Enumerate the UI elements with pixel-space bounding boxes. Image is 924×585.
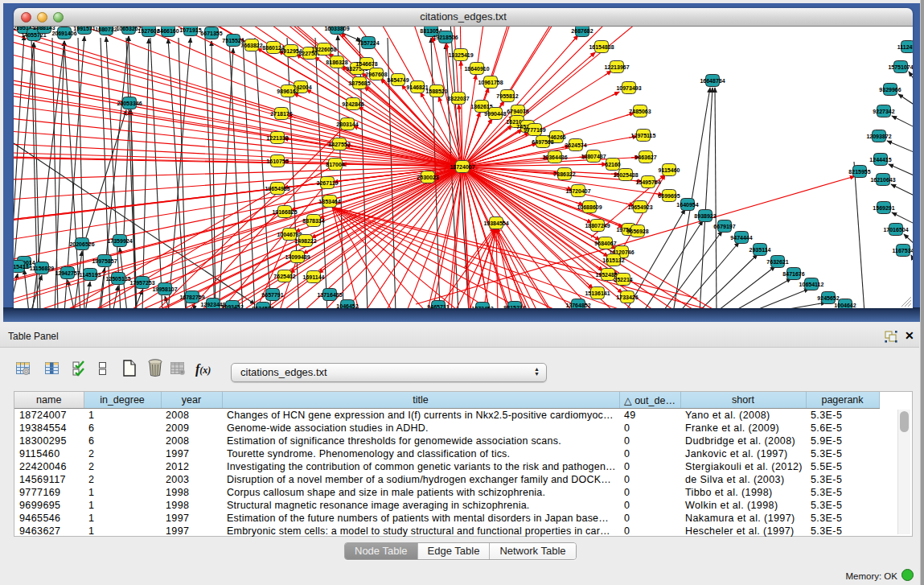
svg-text:9656928: 9656928 bbox=[626, 229, 648, 234]
svg-text:18724007: 18724007 bbox=[450, 164, 474, 170]
svg-text:17359924: 17359924 bbox=[107, 238, 132, 244]
svg-text:3267110: 3267110 bbox=[317, 180, 339, 186]
svg-text:19166825: 19166825 bbox=[272, 209, 297, 215]
svg-text:10688609: 10688609 bbox=[577, 204, 602, 210]
svg-text:9657791: 9657791 bbox=[261, 292, 283, 298]
svg-text:9815234: 9815234 bbox=[503, 305, 525, 309]
svg-text:3875685: 3875685 bbox=[348, 80, 370, 86]
svg-text:10654112: 10654112 bbox=[799, 282, 824, 287]
svg-text:1046452: 1046452 bbox=[336, 303, 358, 309]
svg-text:6497568: 6497568 bbox=[532, 139, 553, 145]
svg-text:1353464: 1353464 bbox=[318, 199, 340, 204]
svg-text:8471676: 8471676 bbox=[782, 271, 804, 277]
svg-text:19958107: 19958107 bbox=[152, 286, 177, 292]
svg-text:8093452: 8093452 bbox=[221, 304, 243, 309]
svg-text:1244415: 1244415 bbox=[869, 157, 891, 163]
svg-text:1615132: 1615132 bbox=[602, 257, 624, 263]
svg-text:6466160: 6466160 bbox=[157, 28, 179, 34]
svg-text:817004: 817004 bbox=[326, 162, 344, 167]
svg-text:13226058: 13226058 bbox=[311, 47, 336, 52]
svg-text:12505135: 12505135 bbox=[105, 276, 130, 282]
svg-text:1498222: 1498222 bbox=[294, 238, 316, 244]
svg-text:15495764: 15495764 bbox=[635, 179, 660, 185]
svg-text:12213967: 12213967 bbox=[604, 64, 629, 70]
svg-text:2935114: 2935114 bbox=[749, 247, 771, 253]
svg-text:1991571: 1991571 bbox=[73, 27, 95, 31]
svg-text:1610755: 1610755 bbox=[266, 159, 288, 164]
svg-text:7632621: 7632621 bbox=[766, 259, 788, 265]
svg-text:16210643: 16210643 bbox=[870, 177, 895, 183]
svg-text:8938923: 8938923 bbox=[694, 213, 716, 219]
svg-text:16648784: 16648784 bbox=[700, 78, 725, 84]
svg-text:15720407: 15720407 bbox=[565, 188, 590, 194]
svg-text:9242848: 9242848 bbox=[342, 101, 363, 107]
svg-text:9777169: 9777169 bbox=[524, 127, 545, 133]
svg-text:8878334: 8878334 bbox=[302, 218, 324, 224]
svg-text:9115460: 9115460 bbox=[659, 167, 680, 173]
svg-text:13325419: 13325419 bbox=[448, 52, 473, 58]
svg-text:19654923: 19654923 bbox=[627, 204, 652, 210]
svg-text:9990448: 9990448 bbox=[484, 111, 506, 117]
svg-text:20364436: 20364436 bbox=[542, 154, 567, 160]
svg-text:3915413: 3915413 bbox=[14, 264, 29, 270]
svg-text:1221338: 1221338 bbox=[266, 135, 288, 141]
svg-text:8215955: 8215955 bbox=[848, 169, 870, 175]
svg-text:9684067: 9684067 bbox=[594, 241, 616, 246]
svg-text:1733426: 1733426 bbox=[616, 295, 638, 300]
svg-text:11156829: 11156829 bbox=[30, 266, 54, 271]
svg-text:1112453: 1112453 bbox=[897, 44, 913, 50]
svg-text:9463627: 9463627 bbox=[634, 154, 656, 160]
svg-text:1873452: 1873452 bbox=[471, 306, 493, 309]
svg-text:3624574: 3624574 bbox=[565, 142, 586, 148]
svg-text:1588520: 1588520 bbox=[425, 89, 447, 94]
svg-text:10973493: 10973493 bbox=[616, 85, 641, 91]
svg-text:9896162: 9896162 bbox=[277, 89, 298, 94]
svg-text:9245652: 9245652 bbox=[817, 295, 839, 301]
svg-text:17957253: 17957253 bbox=[129, 280, 154, 286]
svg-text:13764852: 13764852 bbox=[565, 303, 590, 308]
svg-text:6794078: 6794078 bbox=[507, 109, 528, 114]
svg-text:1691144: 1691144 bbox=[303, 274, 325, 280]
svg-text:8322037: 8322037 bbox=[447, 96, 469, 101]
svg-text:1004642: 1004642 bbox=[834, 303, 856, 308]
svg-text:8454749: 8454749 bbox=[387, 77, 409, 83]
svg-text:20053346: 20053346 bbox=[117, 101, 142, 106]
svg-text:8186328: 8186328 bbox=[326, 60, 347, 65]
svg-text:18640910: 18640910 bbox=[464, 66, 489, 72]
svg-text:1145193: 1145193 bbox=[80, 272, 101, 278]
svg-text:16154838: 16154838 bbox=[589, 44, 614, 50]
svg-text:8427552: 8427552 bbox=[328, 142, 350, 147]
svg-text:16033809: 16033809 bbox=[324, 27, 349, 31]
svg-text:20691406: 20691406 bbox=[51, 31, 76, 36]
svg-text:6679197: 6679197 bbox=[713, 224, 735, 229]
svg-text:7485063: 7485063 bbox=[629, 109, 651, 114]
svg-text:13716485: 13716485 bbox=[317, 292, 342, 298]
svg-text:6699695: 6699695 bbox=[658, 193, 680, 199]
svg-text:19975857: 19975857 bbox=[92, 258, 117, 264]
svg-text:19218506: 19218506 bbox=[433, 35, 458, 40]
svg-text:6671355: 6671355 bbox=[200, 31, 222, 36]
svg-text:2803144: 2803144 bbox=[336, 122, 358, 127]
svg-text:19654985: 19654985 bbox=[265, 186, 290, 192]
svg-text:1071915: 1071915 bbox=[179, 27, 201, 33]
svg-text:252214: 252214 bbox=[614, 277, 632, 282]
svg-text:2718176: 2718176 bbox=[270, 111, 292, 117]
svg-text:9474444: 9474444 bbox=[730, 235, 752, 241]
svg-text:9624502: 9624502 bbox=[252, 306, 273, 309]
svg-text:1569291: 1569291 bbox=[873, 205, 894, 211]
svg-text:1546678: 1546678 bbox=[355, 61, 377, 67]
svg-text:2967608: 2967608 bbox=[365, 72, 387, 77]
svg-text:14099489: 14099489 bbox=[285, 254, 310, 260]
svg-text:12093872: 12093872 bbox=[866, 134, 891, 139]
svg-text:7357224: 7357224 bbox=[357, 40, 379, 46]
svg-text:62160: 62160 bbox=[605, 162, 621, 167]
svg-text:10025438: 10025438 bbox=[613, 172, 638, 178]
svg-text:7386322: 7386322 bbox=[553, 171, 575, 177]
svg-text:10961758: 10961758 bbox=[478, 80, 503, 85]
svg-text:16782759: 16782759 bbox=[179, 295, 204, 300]
svg-text:1167534: 1167534 bbox=[893, 248, 913, 253]
svg-text:17016504: 17016504 bbox=[883, 227, 908, 233]
svg-text:20206526: 20206526 bbox=[69, 241, 94, 247]
svg-text:18807249: 18807249 bbox=[585, 223, 610, 229]
svg-text:19384554: 19384554 bbox=[483, 220, 508, 226]
